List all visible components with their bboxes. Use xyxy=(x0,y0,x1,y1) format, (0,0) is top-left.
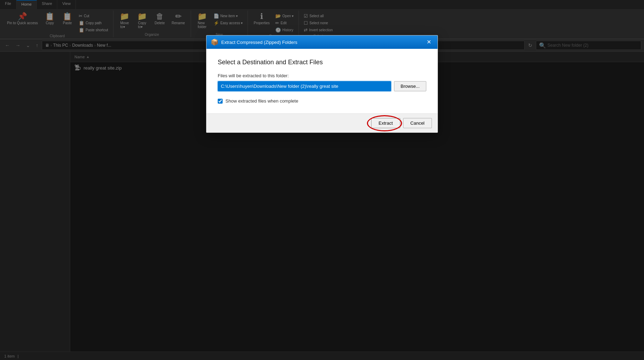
modal-overlay: 📦 Extract Compressed (Zipped) Folders ✕ … xyxy=(0,0,644,360)
modal-body: Select a Destination and Extract Files F… xyxy=(206,49,438,113)
folder-label: Files will be extracted to this folder: xyxy=(218,73,426,78)
checkbox-label[interactable]: Show extracted files when complete xyxy=(225,98,298,104)
extract-modal: 📦 Extract Compressed (Zipped) Folders ✕ … xyxy=(206,35,438,133)
modal-footer: Extract Cancel xyxy=(206,113,438,132)
show-files-checkbox[interactable] xyxy=(218,99,223,104)
browse-button[interactable]: Browse... xyxy=(394,81,426,91)
extract-btn-wrapper: Extract xyxy=(371,118,400,128)
cancel-button[interactable]: Cancel xyxy=(403,118,432,128)
modal-close-button[interactable]: ✕ xyxy=(425,39,433,46)
destination-path-input[interactable] xyxy=(218,81,391,91)
modal-titlebar: 📦 Extract Compressed (Zipped) Folders ✕ xyxy=(206,35,438,49)
path-row: Browse... xyxy=(218,81,426,91)
modal-zip-icon: 📦 xyxy=(211,38,218,46)
extract-button[interactable]: Extract xyxy=(371,118,400,128)
checkbox-row: Show extracted files when complete xyxy=(218,98,426,104)
modal-heading: Select a Destination and Extract Files xyxy=(218,59,426,66)
modal-title: Extract Compressed (Zipped) Folders xyxy=(221,40,422,45)
